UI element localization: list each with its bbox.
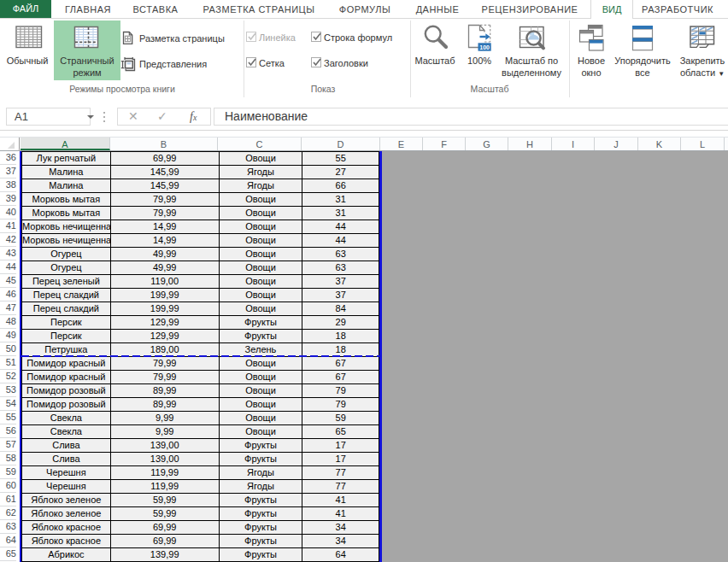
- svg-text:100: 100: [479, 44, 490, 50]
